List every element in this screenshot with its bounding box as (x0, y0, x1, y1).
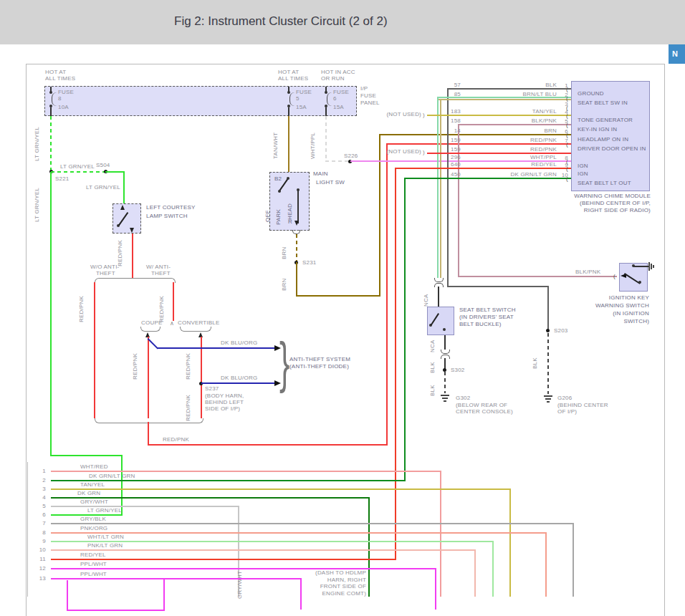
splice-s504-label: S504 (96, 162, 110, 168)
cluster-pin-number: 12 (33, 565, 46, 572)
wire-gry-blk (573, 523, 574, 597)
module-caption: RIGHT SIDE OF RADIO) (502, 207, 651, 213)
cluster-pin-number: 6 (33, 511, 46, 518)
wire-color-name: DK GRN/LT GRN (464, 171, 557, 178)
splice-s302-label: S302 (451, 367, 464, 373)
position-off-label: OFF (264, 210, 272, 222)
ip-fuse-panel-label: PANEL (360, 100, 380, 106)
wire-ppl-wht (435, 568, 436, 610)
wire-lt-grn-yel (123, 171, 125, 205)
next-button[interactable]: N (669, 44, 685, 64)
wire-ppl-wht (67, 610, 165, 611)
seat-belt-switch-label: (IN DRIVERS' SEAT (459, 314, 514, 320)
dash-note: HARN, RIGHT (287, 577, 366, 583)
cluster-pin-number: 11 (33, 556, 46, 562)
module-pin-label: IGN (578, 163, 588, 169)
wo-anti-theft-label: THEFT (96, 270, 115, 276)
wire-red-pnk (132, 234, 133, 278)
wire-red-pnk (94, 282, 95, 418)
splice-s237-label: S237 (205, 385, 219, 392)
wire-label-red-pnk: RED/PNK (117, 240, 124, 266)
cluster-pin-number: 8 (33, 529, 46, 536)
connector-bracket (27, 462, 28, 597)
wire-red-pnk (148, 444, 388, 446)
wire-color-name: BRN/LT BLU (464, 91, 557, 97)
courtesy-switch-label: LEFT COURTESY (146, 204, 196, 211)
cluster-wire-label: WHT/LT GRN (87, 534, 124, 540)
position-head-label: HEAD (287, 203, 294, 220)
ground-icon (653, 265, 654, 268)
fuse5-label: 5 (296, 95, 300, 102)
wire-pnk-lt-grn (51, 549, 476, 551)
wire-label-red-pnk: RED/PNK (163, 436, 189, 443)
cluster-wire-label: DK GRN (77, 490, 100, 496)
module-pin-label: KEY-IN IGN IN (578, 126, 617, 133)
module-pin-label: DRIVER DOOR OPEN IN (578, 145, 646, 152)
fuse5-element-icon (289, 92, 295, 106)
module-caption: (BEHIND CENTER OF I/P, (502, 200, 651, 206)
wire-color-name: BLK/PNK (464, 117, 557, 124)
fuse5-terminal (287, 91, 290, 94)
wire-label-red-pnk: RED/PNK (132, 353, 139, 380)
cluster-wire-label: RED/YEL (80, 552, 106, 558)
wire-blk-dashed (547, 333, 549, 394)
wo-anti-theft-label: W/O ANTI- (90, 264, 119, 270)
convertible-label: CONVERTIBLE (178, 319, 220, 326)
ground-g206-label: G206 (557, 395, 572, 401)
anti-theft-system-label: ANTI-THEFT SYSTEM (289, 356, 350, 362)
ground-g302-label: G302 (456, 395, 470, 401)
fuse6-label: 6 (333, 95, 337, 102)
wire-number: 159 (439, 137, 461, 143)
not-used-label: (NOT USED) (373, 111, 421, 117)
wire-gry-blk (51, 523, 574, 524)
wire-tan-yel (51, 489, 511, 490)
ground-g302-icon (444, 400, 446, 402)
wire-ppl-wht (163, 578, 165, 611)
cluster-wire-label: PNK/ORG (80, 525, 107, 531)
hot-at-all-times-label: HOT AT (278, 69, 299, 75)
ip-fuse-panel-label: FUSE (360, 92, 376, 99)
cluster-pin-number: 10 (33, 547, 46, 553)
wire-label-red-pnk: RED/PNK (78, 296, 85, 322)
module-pin-label: HEADLAMP ON IN (578, 136, 628, 143)
wire-dk-blu-org (201, 382, 274, 384)
main-light-switch-label: LIGHT SW (316, 179, 345, 186)
ground-icon (648, 262, 650, 271)
wire-number: 158 (439, 117, 461, 124)
wire-brn (296, 234, 297, 264)
fuse8-stub (50, 107, 52, 116)
hot-at-all-times-label: ALL TIMES (278, 75, 308, 82)
wire-color-name: BRN (464, 127, 557, 134)
cluster-pin-number: 1 (33, 468, 46, 474)
wire-color-name: TAN/YEL (464, 108, 557, 115)
module-pin-label: TONE GENERATOR (578, 117, 633, 123)
wire-number: 85 (439, 91, 461, 97)
ground-g206-label: OF I/P) (557, 408, 577, 415)
cluster-pin-number: 3 (33, 486, 46, 492)
fuse5-label: 15A (296, 104, 307, 110)
splice-s226-label: S226 (344, 153, 358, 159)
w-anti-theft-label: THEFT (151, 270, 171, 276)
anti-theft-brace: } (279, 335, 289, 390)
module-pin-label: IGN (578, 170, 588, 177)
wire-color-name: WHT/PPL (464, 154, 557, 160)
r-terminal-label: R (288, 218, 292, 225)
wire-pnk-lt-grn (474, 549, 476, 597)
switch-contact-arrow-icon (130, 228, 134, 233)
splice-s237-label: BEHIND LEFT (205, 399, 244, 405)
wire-lt-grn-yel (50, 116, 52, 172)
wire-blk (447, 286, 549, 287)
wire-dk-blu-org (158, 347, 274, 349)
fuse6-label: FUSE (333, 89, 349, 95)
wire-color-name: RED/PNK (464, 146, 557, 153)
position-park-label: PARK (275, 209, 282, 225)
wire-brn (379, 134, 380, 297)
cluster-wire-label: PPL/WHT (80, 561, 107, 567)
wire-red-pnk (201, 337, 202, 418)
wire-label-wht-ppl: WHT/PPL (310, 133, 317, 159)
ground-g302-label: (BELOW REAR OF (456, 402, 507, 408)
ground-g206-icon (547, 401, 550, 403)
wire-label-lt-grn-yel: LT GRN/YEL (86, 184, 120, 191)
fuse8-label: 10A (58, 104, 69, 110)
ground-g302-label: CENTER CONSOLE) (456, 408, 513, 415)
